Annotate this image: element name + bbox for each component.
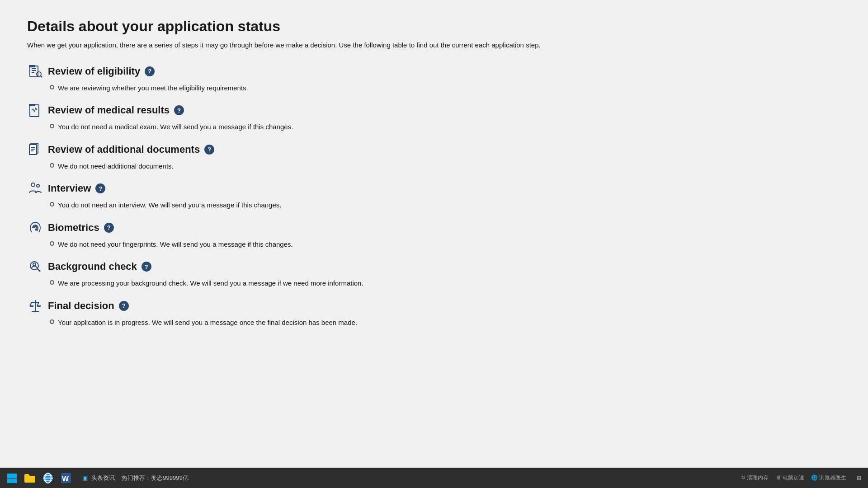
background-title: Background check <box>48 261 137 272</box>
medical-text: You do not need a medical exam. We will … <box>58 122 293 132</box>
biometrics-bullet: We do not need your fingerprints. We wil… <box>50 239 841 250</box>
step-eligibility: Review of eligibility ? We are reviewing… <box>27 63 841 94</box>
svg-rect-29 <box>12 479 17 483</box>
step-documents: Review of additional documents ? We do n… <box>27 141 841 172</box>
interview-bullet: You do not need an interview. We will se… <box>50 200 841 211</box>
svg-rect-27 <box>12 474 17 478</box>
eligibility-text: We are reviewing whether you meet the el… <box>58 83 248 94</box>
scales-icon <box>27 298 43 314</box>
taskbar-left: W <box>0 471 78 485</box>
interview-title: Interview <box>48 183 91 194</box>
windows-start-icon[interactable] <box>5 471 19 485</box>
svg-point-15 <box>37 184 39 187</box>
step-interview: Interview ? You do not need an interview… <box>27 180 841 211</box>
bullet-marker <box>50 280 54 285</box>
news-icon-label: ▣ <box>82 474 88 481</box>
bullet-marker <box>50 241 54 246</box>
svg-rect-28 <box>7 479 12 483</box>
background-check-icon <box>27 258 43 275</box>
svg-rect-8 <box>29 104 35 106</box>
medical-bullet: You do not need a medical exam. We will … <box>50 122 841 132</box>
interview-text: You do not need an interview. We will se… <box>58 200 281 211</box>
clipboard-medical-icon <box>27 102 43 118</box>
biometrics-body: We do not need your fingerprints. We wil… <box>27 239 841 250</box>
eligibility-body: We are reviewing whether you meet the el… <box>27 83 841 94</box>
svg-line-5 <box>41 76 42 77</box>
biometrics-help-icon[interactable]: ? <box>104 223 114 233</box>
svg-point-4 <box>37 72 41 76</box>
svg-line-18 <box>38 269 40 272</box>
eligibility-title: Review of eligibility <box>48 66 140 77</box>
background-text: We are processing your background check.… <box>58 278 363 289</box>
step-medical: Review of medical results ? You do not n… <box>27 102 841 132</box>
background-bullet: We are processing your background check.… <box>50 278 841 289</box>
biometrics-text: We do not need your fingerprints. We wil… <box>58 239 293 250</box>
show-desktop-button[interactable]: ⊞ <box>857 475 861 481</box>
svg-rect-6 <box>29 65 35 67</box>
medical-help-icon[interactable]: ? <box>174 105 184 115</box>
taskbar-news-label[interactable]: ▣ 头条资讯 热门推荐：变态999999亿 <box>78 474 193 482</box>
medical-body: You do not need a medical exam. We will … <box>27 122 841 132</box>
step-final: Final decision ? Your application is in … <box>27 298 841 328</box>
background-body: We are processing your background check.… <box>27 278 841 289</box>
clipboard-docs-icon <box>27 141 43 158</box>
documents-bullet: We do not need additional documents. <box>50 161 841 172</box>
eligibility-bullet: We are reviewing whether you meet the el… <box>50 83 841 94</box>
background-help-icon[interactable]: ? <box>142 262 151 272</box>
final-title: Final decision <box>48 300 114 312</box>
bullet-marker <box>50 319 54 324</box>
page-title: Details about your application status <box>27 18 841 35</box>
bullet-marker <box>50 124 54 128</box>
final-text: Your application is in progress. We will… <box>58 318 357 328</box>
svg-point-14 <box>31 183 35 187</box>
svg-rect-30 <box>24 476 35 483</box>
interview-icon <box>27 180 43 197</box>
documents-body: We do not need additional documents. <box>27 161 841 172</box>
svg-rect-26 <box>7 474 12 478</box>
word-icon[interactable]: W <box>59 471 73 485</box>
step-background: Background check ? We are processing you… <box>27 258 841 289</box>
hot-text: 热门推荐：变态999999亿 <box>122 474 188 481</box>
clipboard-search-icon <box>27 63 43 80</box>
interview-help-icon[interactable]: ? <box>95 183 105 193</box>
file-explorer-icon[interactable] <box>23 471 37 485</box>
svg-line-22 <box>30 302 32 306</box>
step-biometrics: Biometrics ? We do not need your fingerp… <box>27 220 841 250</box>
fingerprint-icon <box>27 220 43 236</box>
bullet-marker <box>50 85 54 89</box>
bullet-marker <box>50 163 54 168</box>
final-help-icon[interactable]: ? <box>119 301 129 311</box>
main-content: Details about your application status Wh… <box>0 0 868 488</box>
svg-point-17 <box>33 263 36 266</box>
svg-line-24 <box>37 302 39 306</box>
eligibility-help-icon[interactable]: ? <box>145 66 155 76</box>
tool-memory[interactable]: ↻ 清理内存 <box>741 474 769 482</box>
tool-browser[interactable]: 🌐 浏览器医生 <box>811 474 846 482</box>
biometrics-title: Biometrics <box>48 222 99 234</box>
taskbar-right: ↻ 清理内存 🖥 电脑加速 🌐 浏览器医生 ⊞ <box>734 474 868 482</box>
taskbar: W ▣ 头条资讯 热门推荐：变态999999亿 ↻ 清理内存 🖥 电脑加速 🌐 … <box>0 468 868 488</box>
interview-body: You do not need an interview. We will se… <box>27 200 841 211</box>
tool-boost[interactable]: 🖥 电脑加速 <box>775 474 804 482</box>
intro-paragraph: When we get your application, there are … <box>27 40 660 51</box>
bullet-marker <box>50 202 54 206</box>
documents-text: We do not need additional documents. <box>58 161 174 172</box>
news-label-text: 头条资讯 <box>91 474 115 481</box>
final-body: Your application is in progress. We will… <box>27 318 841 328</box>
documents-help-icon[interactable]: ? <box>204 145 214 155</box>
documents-title: Review of additional documents <box>48 144 200 155</box>
medical-title: Review of medical results <box>48 104 170 116</box>
svg-text:W: W <box>62 475 69 483</box>
final-bullet: Your application is in progress. We will… <box>50 318 841 328</box>
ie-browser-icon[interactable] <box>41 471 55 485</box>
